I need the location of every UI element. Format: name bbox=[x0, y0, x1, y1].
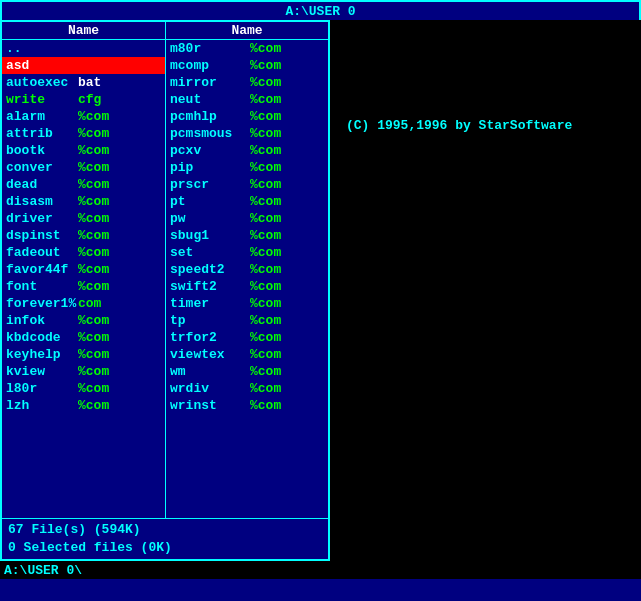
left-file-item[interactable]: infok %com bbox=[2, 312, 165, 329]
left-file-item[interactable]: write cfg bbox=[2, 91, 165, 108]
path-bar: A:\USER 0\ bbox=[0, 561, 641, 579]
right-file-item[interactable]: pcxv %com bbox=[166, 142, 328, 159]
right-file-item[interactable]: pcmhlp %com bbox=[166, 108, 328, 125]
right-file-item[interactable]: pt %com bbox=[166, 193, 328, 210]
right-file-item[interactable]: pip %com bbox=[166, 159, 328, 176]
funckey-bar bbox=[0, 579, 641, 601]
status-bar: 67 File(s) (594K) 0 Selected files (0K) bbox=[2, 518, 328, 559]
right-col-header: Name bbox=[166, 22, 328, 39]
main-area: Name Name ..asdautoexec batwrite cfgalar… bbox=[0, 20, 641, 561]
left-file-item[interactable]: disasm %com bbox=[2, 193, 165, 210]
right-file-item[interactable]: speedt2 %com bbox=[166, 261, 328, 278]
right-file-item[interactable]: set %com bbox=[166, 244, 328, 261]
left-file-item[interactable]: alarm %com bbox=[2, 108, 165, 125]
title-label: A:\USER 0 bbox=[285, 4, 355, 19]
right-file-item[interactable]: sbug1 %com bbox=[166, 227, 328, 244]
right-file-item[interactable]: swift2 %com bbox=[166, 278, 328, 295]
left-file-column: ..asdautoexec batwrite cfgalarm %comattr… bbox=[2, 40, 166, 518]
left-file-item[interactable]: font %com bbox=[2, 278, 165, 295]
panel-header: Name Name bbox=[2, 22, 328, 40]
right-file-item[interactable]: prscr %com bbox=[166, 176, 328, 193]
right-file-item[interactable]: pcmsmous %com bbox=[166, 125, 328, 142]
copyright-text: (C) 1995,1996 by StarSoftware bbox=[346, 118, 572, 133]
right-file-item[interactable]: mcomp %com bbox=[166, 57, 328, 74]
left-file-item[interactable]: keyhelp %com bbox=[2, 346, 165, 363]
right-file-item[interactable]: trfor2 %com bbox=[166, 329, 328, 346]
path-label: A:\USER 0\ bbox=[4, 563, 82, 578]
left-file-item[interactable]: dspinst %com bbox=[2, 227, 165, 244]
left-file-item[interactable]: bootk %com bbox=[2, 142, 165, 159]
status-line1: 67 File(s) (594K) bbox=[8, 521, 322, 539]
file-list-container: ..asdautoexec batwrite cfgalarm %comattr… bbox=[2, 40, 328, 518]
right-file-item[interactable]: timer %com bbox=[166, 295, 328, 312]
left-file-item[interactable]: dead %com bbox=[2, 176, 165, 193]
left-file-item[interactable]: driver %com bbox=[2, 210, 165, 227]
left-file-item[interactable]: attrib %com bbox=[2, 125, 165, 142]
app: A:\USER 0 Name Name ..asdautoexec batwri… bbox=[0, 0, 641, 601]
status-line2: 0 Selected files (0K) bbox=[8, 539, 322, 557]
left-file-item[interactable]: lzh %com bbox=[2, 397, 165, 414]
right-file-item[interactable]: m80r %com bbox=[166, 40, 328, 57]
left-file-item[interactable]: autoexec bat bbox=[2, 74, 165, 91]
title-bar: A:\USER 0 bbox=[0, 0, 641, 20]
file-panel: Name Name ..asdautoexec batwrite cfgalar… bbox=[0, 20, 330, 561]
left-file-item[interactable]: kview %com bbox=[2, 363, 165, 380]
right-file-item[interactable]: tp %com bbox=[166, 312, 328, 329]
right-file-column: m80r %commcomp %commirror %comneut %comp… bbox=[166, 40, 328, 518]
right-file-item[interactable]: wm %com bbox=[166, 363, 328, 380]
left-file-item[interactable]: l80r %com bbox=[2, 380, 165, 397]
right-file-item[interactable]: pw %com bbox=[166, 210, 328, 227]
right-file-item[interactable]: wrinst %com bbox=[166, 397, 328, 414]
right-file-item[interactable]: wrdiv %com bbox=[166, 380, 328, 397]
left-file-item[interactable]: forever1% com bbox=[2, 295, 165, 312]
right-file-item[interactable]: neut %com bbox=[166, 91, 328, 108]
right-area: (C) 1995,1996 by StarSoftware bbox=[330, 20, 641, 561]
left-file-item[interactable]: .. bbox=[2, 40, 165, 57]
right-file-item[interactable]: mirror %com bbox=[166, 74, 328, 91]
left-file-item[interactable]: kbdcode %com bbox=[2, 329, 165, 346]
left-file-item[interactable]: favor44f %com bbox=[2, 261, 165, 278]
left-file-item[interactable]: asd bbox=[2, 57, 165, 74]
left-file-item[interactable]: conver %com bbox=[2, 159, 165, 176]
left-file-item[interactable]: fadeout %com bbox=[2, 244, 165, 261]
right-file-item[interactable]: viewtex %com bbox=[166, 346, 328, 363]
left-col-header: Name bbox=[2, 22, 166, 39]
